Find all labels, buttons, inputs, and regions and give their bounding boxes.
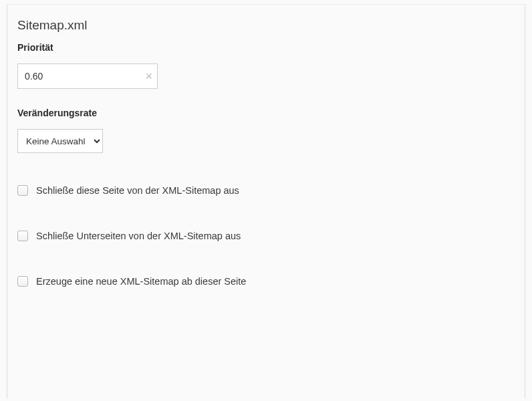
changerate-select-wrap: Keine Auswahl bbox=[17, 129, 103, 153]
new-sitemap-checkbox[interactable] bbox=[17, 276, 28, 287]
clear-icon[interactable]: × bbox=[145, 70, 152, 82]
exclude-page-checkbox[interactable] bbox=[17, 185, 28, 196]
changerate-label: Veränderungsrate bbox=[17, 108, 515, 118]
sitemap-settings-panel: Sitemap.xml Priorität × Veränderungsrate… bbox=[7, 4, 525, 398]
priority-input[interactable] bbox=[17, 63, 158, 89]
exclude-subpages-row: Schließe Unterseiten von der XML-Sitemap… bbox=[17, 231, 515, 241]
exclude-page-row: Schließe diese Seite von der XML-Sitemap… bbox=[17, 185, 515, 196]
priority-label: Priorität bbox=[17, 42, 515, 53]
exclude-subpages-label[interactable]: Schließe Unterseiten von der XML-Sitemap… bbox=[36, 231, 241, 241]
exclude-subpages-checkbox[interactable] bbox=[17, 231, 28, 241]
priority-input-wrap: × bbox=[17, 63, 158, 89]
section-title: Sitemap.xml bbox=[17, 18, 515, 33]
changerate-select[interactable]: Keine Auswahl bbox=[17, 129, 103, 153]
new-sitemap-row: Erzeuge eine neue XML-Sitemap ab dieser … bbox=[17, 276, 515, 287]
new-sitemap-label[interactable]: Erzeuge eine neue XML-Sitemap ab dieser … bbox=[36, 276, 246, 287]
exclude-page-label[interactable]: Schließe diese Seite von der XML-Sitemap… bbox=[36, 185, 239, 196]
